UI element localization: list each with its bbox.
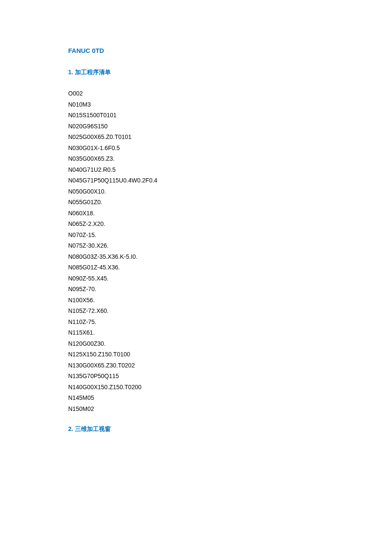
code-line: N115X61. [68,327,324,338]
code-line: N045G71P50Q115U0.4W0.2F0.4 [68,175,324,186]
code-line: N065Z-2.X20. [68,219,324,230]
code-line: N110Z-75. [68,317,324,328]
code-line: O002 [68,88,324,99]
code-line: N050G00X10. [68,186,324,197]
code-line: N100X56. [68,295,324,306]
program-listing: O002 N010M3 N015S1500T0101 N020G96S150 N… [68,88,324,414]
code-line: N095Z-70. [68,284,324,295]
code-line: N090Z-55.X45. [68,273,324,284]
code-line: N060X18. [68,208,324,219]
code-line: N135G70P50Q115 [68,371,324,382]
section-2-heading: 2. 三维加工视窗 [68,425,324,433]
code-line: N145M05 [68,393,324,404]
document-title: FANUC 0TD [68,47,324,54]
code-line: N120G00Z30. [68,338,324,350]
code-line: N150M02 [68,404,324,415]
code-line: N075Z-30.X26. [68,240,324,251]
code-line: N080G03Z-35.X36.K-5.I0. [68,251,324,263]
code-line: N030G01X-1.6F0.5 [68,143,324,154]
code-line: N105Z-72.X60. [68,306,324,317]
code-line: N140G00X150.Z150.T0200 [68,382,324,393]
code-line: N020G96S150 [68,121,324,132]
code-line: N130G00X65.Z30.T0202 [68,360,324,371]
code-line: N025G00X65.Z0.T0101 [68,132,324,143]
code-line: N015S1500T0101 [68,110,324,121]
section-1-heading: 1. 加工程序清单 [68,69,324,76]
code-line: N070Z-15. [68,230,324,241]
code-line: N035G00X65.Z3. [68,153,324,165]
code-line: N010M3 [68,99,324,110]
code-line: N085G01Z-45.X36. [68,262,324,273]
code-line: N055G01Z0. [68,197,324,208]
code-line: N125X150.Z150.T0100 [68,349,324,360]
code-line: N040G71U2.R0.5 [68,165,324,176]
